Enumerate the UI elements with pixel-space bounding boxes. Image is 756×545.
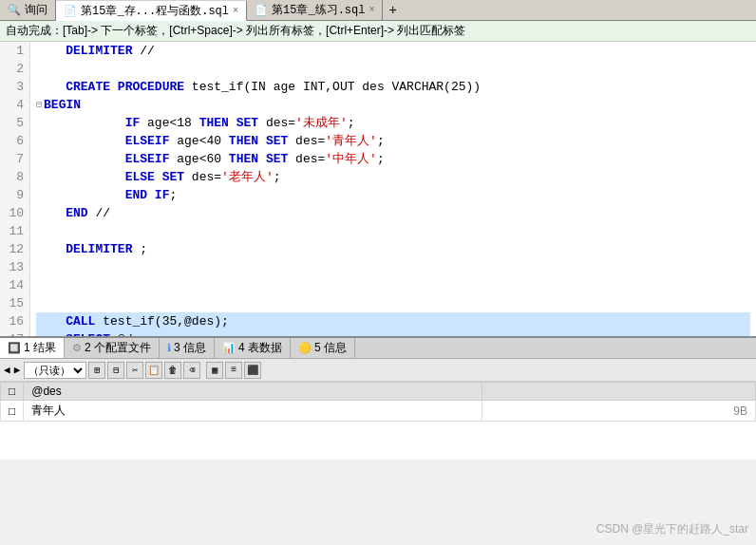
code-line-8: ELSE SET des='老年人'; bbox=[36, 168, 750, 186]
tab-close-1[interactable]: × bbox=[233, 6, 238, 16]
code-line-4: ⊟BEGIN bbox=[36, 96, 750, 114]
hint-bar: 自动完成：[Tab]-> 下一个标签，[Ctrl+Space]-> 列出所有标签… bbox=[0, 21, 756, 42]
code-line-13 bbox=[36, 258, 750, 276]
toolbar-btn-9[interactable]: ⬛ bbox=[244, 362, 261, 379]
col-des: @des bbox=[24, 383, 482, 401]
bottom-tab-icon-2: ℹ bbox=[167, 342, 171, 354]
code-line-1: DELIMITER // bbox=[36, 42, 750, 60]
bottom-tab-label-0: 1 结果 bbox=[24, 340, 56, 356]
code-line-14 bbox=[36, 276, 750, 294]
toolbar-icon-2: ▶ bbox=[14, 364, 21, 376]
code-line-11 bbox=[36, 222, 750, 240]
fold-icon-4[interactable]: ⊟ bbox=[36, 96, 42, 114]
row-value: 青年人 bbox=[24, 401, 482, 422]
code-line-6: ELSEIF age<40 THEN SET des='青年人'; bbox=[36, 132, 750, 150]
bottom-tab-1[interactable]: ⚙2 个配置文件 bbox=[65, 338, 160, 358]
toolbar-btn-2[interactable]: ⊟ bbox=[107, 362, 124, 379]
bottom-tab-icon-1: ⚙ bbox=[72, 342, 82, 354]
code-editor[interactable]: 123456789101112131415161718 DELIMITER //… bbox=[0, 42, 756, 336]
tab-procedure[interactable]: 📄 第15章_存...程与函数.sql × bbox=[56, 1, 247, 21]
row-size: 9B bbox=[482, 401, 755, 422]
code-line-15 bbox=[36, 294, 750, 312]
toolbar-btn-5[interactable]: 🗑 bbox=[164, 362, 181, 379]
toolbar-btn-4[interactable]: 📋 bbox=[145, 362, 162, 379]
query-icon: 🔍 bbox=[8, 4, 21, 16]
code-line-9: END IF; bbox=[36, 186, 750, 204]
toolbar-btn-8[interactable]: ≡ bbox=[225, 362, 242, 379]
bottom-tab-label-3: 4 表数据 bbox=[238, 340, 282, 356]
watermark: CSDN @星光下的赶路人_star bbox=[596, 521, 748, 537]
code-area[interactable]: DELIMITER // CREATE PROCEDURE test_if(IN… bbox=[30, 42, 756, 336]
bottom-tab-label-1: 2 个配置文件 bbox=[85, 340, 151, 356]
result-table: □ @des □青年人9B bbox=[0, 382, 756, 422]
code-line-2 bbox=[36, 60, 750, 78]
bottom-tab-label-2: 3 信息 bbox=[174, 340, 206, 356]
sql-file-icon-2: 📄 bbox=[255, 4, 268, 16]
result-content: □ @des □青年人9B bbox=[0, 382, 756, 460]
code-line-10: END // bbox=[36, 204, 750, 222]
code-line-3: CREATE PROCEDURE test_if(IN age INT,OUT … bbox=[36, 78, 750, 96]
bottom-tab-label-4: 5 信息 bbox=[314, 340, 347, 356]
result-toolbar: ◀ ▶ （只读） ⊞ ⊟ ✂ 📋 🗑 ⌫ ▦ ≡ ⬛ bbox=[0, 359, 756, 382]
code-line-7: ELSEIF age<60 THEN SET des='中年人'; bbox=[36, 150, 750, 168]
readonly-select[interactable]: （只读） bbox=[24, 362, 86, 379]
toolbar-icon-1: ◀ bbox=[4, 364, 10, 376]
tab-add-button[interactable]: + bbox=[383, 0, 402, 20]
line-numbers: 123456789101112131415161718 bbox=[0, 42, 30, 336]
code-line-5: IF age<18 THEN SET des='未成年'; bbox=[36, 114, 750, 132]
toolbar-btn-6[interactable]: ⌫ bbox=[183, 362, 200, 379]
bottom-tab-bar: 🔲1 结果⚙2 个配置文件ℹ3 信息📊4 表数据🟡5 信息 bbox=[0, 338, 756, 359]
bottom-tab-icon-4: 🟡 bbox=[298, 342, 312, 354]
bottom-tab-icon-3: 📊 bbox=[222, 342, 236, 354]
code-line-12: DELIMITER ; bbox=[36, 240, 750, 258]
tab-exercise[interactable]: 📄 第15章_练习.sql × bbox=[247, 0, 383, 20]
bottom-panel: 🔲1 结果⚙2 个配置文件ℹ3 信息📊4 表数据🟡5 信息 ◀ ▶ （只读） ⊞… bbox=[0, 336, 756, 460]
toolbar-btn-7[interactable]: ▦ bbox=[206, 362, 223, 379]
tab-bar: 🔍 询问 📄 第15章_存...程与函数.sql × 📄 第15章_练习.sql… bbox=[0, 0, 756, 21]
toolbar-btn-1[interactable]: ⊞ bbox=[88, 362, 105, 379]
tab-query[interactable]: 🔍 询问 bbox=[0, 0, 56, 20]
col-size bbox=[482, 383, 755, 401]
code-line-17: SELECT @des; bbox=[36, 330, 750, 336]
bottom-tab-0[interactable]: 🔲1 结果 bbox=[0, 338, 65, 358]
tab-close-2[interactable]: × bbox=[369, 5, 374, 15]
bottom-tab-2[interactable]: ℹ3 信息 bbox=[160, 338, 215, 358]
table-row: □青年人9B bbox=[1, 401, 756, 422]
toolbar-btn-3[interactable]: ✂ bbox=[126, 362, 143, 379]
bottom-tab-3[interactable]: 📊4 表数据 bbox=[215, 338, 291, 358]
bottom-tab-4[interactable]: 🟡5 信息 bbox=[291, 338, 355, 358]
code-line-16: CALL test_if(35,@des); bbox=[36, 312, 750, 330]
col-check: □ bbox=[1, 383, 24, 401]
sql-file-icon-1: 📄 bbox=[64, 5, 77, 17]
row-checkbox[interactable]: □ bbox=[1, 401, 24, 422]
bottom-tab-icon-0: 🔲 bbox=[8, 342, 21, 354]
